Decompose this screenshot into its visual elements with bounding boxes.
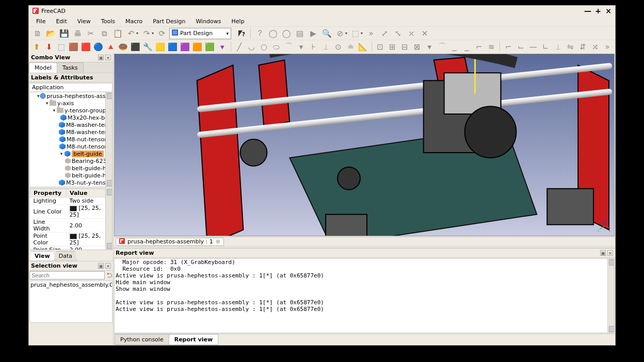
- tree-node[interactable]: belt-guide-half: [30, 172, 112, 179]
- property-scrollbar[interactable]: [105, 189, 112, 250]
- tree-scrollbar[interactable]: [105, 92, 112, 187]
- menu-view[interactable]: View: [72, 17, 96, 26]
- property-row[interactable]: Line Width2.00: [30, 219, 112, 233]
- selection-item[interactable]: prusa_hephestos_assembly.Compound0: [30, 282, 111, 288]
- bounding-box-button[interactable]: ⊘: [334, 27, 346, 40]
- menu-file[interactable]: File: [31, 17, 51, 26]
- tab-tasks[interactable]: Tasks: [57, 62, 83, 73]
- expander-icon[interactable]: ▾: [52, 108, 57, 113]
- tree-node[interactable]: Bearing-623zz: [30, 157, 112, 164]
- constraint-tan-button[interactable]: ⊙: [333, 41, 344, 53]
- constraint-h-button[interactable]: ⊦: [308, 41, 319, 53]
- snap-perp-button[interactable]: ⊠: [411, 41, 423, 53]
- selection-list[interactable]: prusa_hephestos_assembly.Compound0: [29, 281, 112, 323]
- whatsthis-button[interactable]: ？: [253, 27, 266, 40]
- tab-data[interactable]: Data: [54, 251, 77, 261]
- expander-icon[interactable]: ▾: [59, 151, 64, 156]
- offset-button[interactable]: ⌐: [473, 41, 485, 53]
- dropdown-arrow-icon[interactable]: ▾: [152, 31, 154, 36]
- flip-h-button[interactable]: ⇋: [565, 41, 576, 53]
- tree-node[interactable]: M3-nut-y-tensor-: [30, 179, 112, 186]
- fit-sel-button[interactable]: ⤢: [378, 27, 391, 40]
- close-button[interactable]: ×: [605, 7, 612, 15]
- tree-node[interactable]: ▾belt-guide: [30, 150, 112, 157]
- whatsthis-button[interactable]: ?: [235, 27, 248, 40]
- axonometric-button[interactable]: ⬚: [349, 27, 362, 40]
- align-r-button[interactable]: ⟂: [552, 41, 564, 53]
- maximize-button[interactable]: +: [594, 7, 602, 15]
- fit-all-button[interactable]: 🔍: [320, 27, 333, 40]
- panel-close-button[interactable]: ×: [105, 263, 111, 269]
- builder-button[interactable]: 🔧: [142, 41, 154, 53]
- document-tab[interactable]: prusa-hephestos-assembly : 1 ⊗: [116, 238, 224, 246]
- snap-int-button[interactable]: ⊟: [399, 41, 410, 53]
- menu-part-design[interactable]: Part Design: [148, 17, 190, 26]
- import-button[interactable]: ⬇: [43, 41, 55, 53]
- minimize-button[interactable]: —: [584, 7, 591, 15]
- tree-node[interactable]: M8-nut-tensor-1: [30, 136, 112, 143]
- overflow2-button[interactable]: ▾: [424, 41, 435, 53]
- overflow3-button[interactable]: »: [602, 41, 613, 53]
- search-input[interactable]: [29, 271, 105, 279]
- part-sphere-button[interactable]: 🔵: [93, 41, 104, 53]
- property-row[interactable]: LightingTwo side: [30, 198, 112, 205]
- panel-close-button[interactable]: ×: [105, 55, 111, 60]
- menu-macro[interactable]: Macro: [120, 17, 148, 26]
- tree-node[interactable]: belt-guide-half: [30, 164, 112, 172]
- overflow-button[interactable]: ▾: [217, 41, 228, 53]
- dropdown-arrow-icon[interactable]: ▾: [345, 31, 347, 36]
- mirror2-button[interactable]: ⤮: [589, 41, 601, 53]
- panel-float-button[interactable]: ▣: [98, 55, 104, 60]
- shadow-button[interactable]: ⤫: [405, 27, 417, 40]
- 3d-viewport[interactable]: x y z: [114, 54, 615, 236]
- search-go-button[interactable]: ⮌: [106, 271, 112, 279]
- tree-node[interactable]: M8-washer-tensor: [30, 128, 112, 136]
- sketch-tools-button[interactable]: ▾: [296, 41, 307, 53]
- property-row[interactable]: Point Color[25, 25, 25]: [30, 233, 112, 246]
- revolve-button[interactable]: 🟦: [167, 41, 179, 53]
- record-macro-button[interactable]: ◯: [267, 27, 279, 40]
- close-icon[interactable]: ⊗: [216, 238, 220, 245]
- tree-node[interactable]: M8-washer-tensor: [30, 121, 112, 128]
- part-torus-button[interactable]: 🍩: [118, 41, 129, 53]
- snap-mid-button[interactable]: ⊞: [387, 41, 398, 53]
- print-button[interactable]: 🖶: [71, 27, 84, 40]
- part-group-button[interactable]: ⬚: [56, 41, 67, 53]
- model-tree[interactable]: ▾prusa-hephestos-assembly▾y-axis▾y-tenso…: [29, 92, 112, 187]
- dropdown-arrow-icon[interactable]: ▾: [136, 31, 138, 36]
- sym-button[interactable]: ≋: [486, 41, 497, 53]
- stop-macro-button[interactable]: ◯: [280, 27, 293, 40]
- tab-python-console[interactable]: Python console: [115, 334, 169, 345]
- paste-button[interactable]: 📋: [111, 27, 124, 40]
- constraint-eq-button[interactable]: ≐: [345, 41, 357, 53]
- tab-model[interactable]: Model: [29, 62, 57, 73]
- h-line-button[interactable]: —: [527, 41, 539, 53]
- constraint-v-button[interactable]: ⟂: [320, 41, 332, 53]
- menu-tools[interactable]: Tools: [96, 17, 120, 26]
- part-cylinder-button[interactable]: 🟥: [81, 41, 92, 53]
- wireframe-button[interactable]: ✕: [418, 27, 431, 40]
- circle-button[interactable]: ○: [259, 41, 270, 53]
- polyline-button[interactable]: ⌒: [283, 41, 295, 53]
- tree-node[interactable]: ▾y-tensor-group: [30, 107, 112, 114]
- macros-button[interactable]: ▤: [294, 27, 306, 40]
- menu-help[interactable]: Help: [227, 17, 250, 26]
- overflow-button[interactable]: »: [365, 27, 377, 40]
- refresh-button[interactable]: ⟳: [156, 27, 168, 40]
- mirror-button[interactable]: 🟪: [180, 41, 191, 53]
- export-button[interactable]: ⬆: [31, 41, 42, 53]
- new-document-button[interactable]: 🗎: [31, 27, 43, 40]
- panel-float-button[interactable]: ▣: [98, 263, 104, 269]
- workbench-selector[interactable]: Part Design ▾: [169, 28, 231, 39]
- redo-button[interactable]: ↷: [140, 27, 153, 40]
- run-macro-button[interactable]: ▶: [307, 27, 319, 40]
- trim-button[interactable]: ⎯: [448, 41, 460, 53]
- tree-node[interactable]: ▾prusa-hephestos-assembly: [30, 92, 112, 100]
- primitives-button[interactable]: ⬛: [130, 41, 141, 53]
- cut-button[interactable]: ✂: [85, 27, 97, 40]
- undo-button[interactable]: ↶: [125, 27, 137, 40]
- extend-button[interactable]: ⎯: [461, 41, 472, 53]
- panel-close-button[interactable]: ×: [607, 250, 613, 256]
- property-row[interactable]: Point Size2.00: [30, 246, 112, 251]
- tab-report-view[interactable]: Report view: [169, 334, 218, 345]
